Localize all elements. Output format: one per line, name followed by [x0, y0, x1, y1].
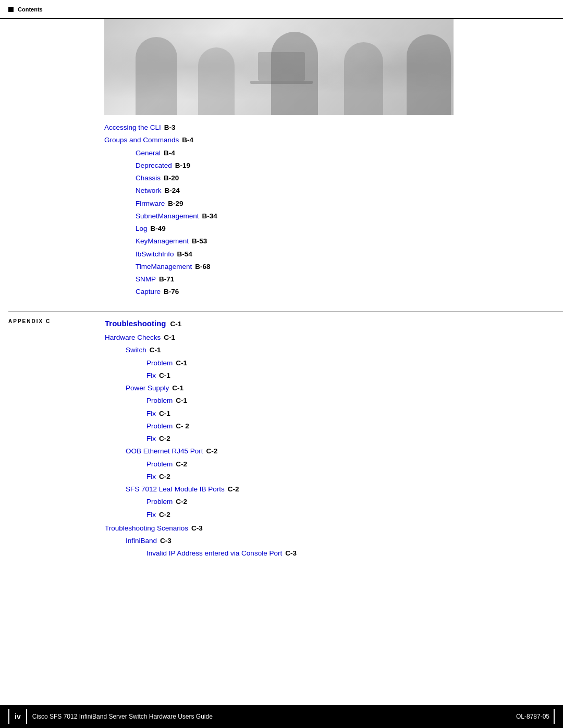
- toc-page-log: B-49: [151, 224, 166, 234]
- appendix-c-title-row: Troubleshooting C-1: [105, 317, 563, 331]
- toc-entry-subnetmgmt: SubnetManagement B-34: [104, 210, 563, 223]
- toc-page-timemgmt: B-68: [195, 262, 210, 272]
- toc-link-power-supply[interactable]: Power Supply: [126, 383, 169, 393]
- toc-link-switch[interactable]: Switch: [126, 345, 146, 355]
- toc-page-keymgmt: B-53: [192, 236, 207, 246]
- toc-page-groups-commands: B-4: [182, 135, 193, 145]
- toc-link-ps-fix2[interactable]: Fix: [146, 434, 156, 444]
- toc-entry-sfs7012-fix: Fix C-2: [105, 509, 563, 521]
- toc-upper-entries: Accessing the CLI B-3 Groups and Command…: [104, 115, 563, 299]
- footer-page-number: iv: [15, 712, 21, 721]
- toc-entry-timemgmt: TimeManagement B-68: [104, 261, 563, 273]
- toc-page-oob-port: C-2: [206, 446, 218, 456]
- toc-link-switch-problem[interactable]: Problem: [146, 358, 173, 368]
- toc-link-sfs7012-ports[interactable]: SFS 7012 Leaf Module IB Ports: [126, 484, 225, 495]
- toc-page-snmp: B-71: [159, 274, 174, 285]
- toc-entry-switch-problem: Problem C-1: [105, 357, 563, 369]
- footer-title: Cisco SFS 7012 InfiniBand Server Switch …: [32, 713, 213, 720]
- footer-mid-separator: [26, 709, 27, 724]
- toc-page-ps-fix2: C-2: [159, 434, 170, 444]
- toc-link-groups-commands[interactable]: Groups and Commands: [104, 135, 179, 145]
- toc-entry-ps-problem2: Problem C- 2: [105, 420, 563, 433]
- toc-entry-switch-fix: Fix C-1: [105, 369, 563, 382]
- toc-page-switch-fix: C-1: [159, 371, 170, 381]
- top-bar: Contents: [0, 0, 563, 19]
- toc-link-snmp[interactable]: SNMP: [136, 274, 156, 285]
- toc-link-ps-problem2[interactable]: Problem: [146, 421, 173, 431]
- toc-entry-general: General B-4: [104, 147, 563, 159]
- toc-entry-keymgmt: KeyManagement B-53: [104, 235, 563, 248]
- toc-link-invalid-ip[interactable]: Invalid IP Address entered via Console P…: [146, 548, 282, 559]
- toc-link-ibswitchinfo[interactable]: IbSwitchInfo: [136, 249, 174, 260]
- toc-entry-ps-fix2: Fix C-2: [105, 433, 563, 445]
- toc-entry-ps-fix1: Fix C-1: [105, 408, 563, 420]
- toc-link-capture[interactable]: Capture: [136, 287, 161, 297]
- toc-link-deprecated[interactable]: Deprecated: [136, 161, 172, 171]
- toc-link-infiniband[interactable]: InfiniBand: [126, 536, 157, 546]
- toc-entry-switch: Switch C-1: [105, 344, 563, 356]
- toc-link-ps-fix1[interactable]: Fix: [146, 409, 156, 419]
- toc-entry-groups-commands: Groups and Commands B-4: [104, 134, 563, 146]
- toc-page-hw-checks: C-1: [164, 332, 175, 343]
- toc-page-deprecated: B-19: [175, 161, 190, 171]
- toc-entry-oob-fix: Fix C-2: [105, 471, 563, 483]
- hero-image: [104, 19, 454, 115]
- footer-left-separator: [8, 709, 9, 724]
- toc-upper-section: Accessing the CLI B-3 Groups and Command…: [0, 115, 563, 591]
- toc-page-invalid-ip: C-3: [285, 548, 297, 559]
- toc-link-subnetmgmt[interactable]: SubnetManagement: [136, 211, 199, 221]
- toc-page-ts-scenarios: C-3: [191, 523, 203, 534]
- contents-label: Contents: [18, 6, 43, 13]
- footer-left: iv Cisco SFS 7012 InfiniBand Server Swit…: [8, 709, 213, 724]
- appendix-c-title-page: C-1: [170, 319, 182, 329]
- toc-link-switch-fix[interactable]: Fix: [146, 371, 156, 381]
- toc-link-log[interactable]: Log: [136, 224, 148, 234]
- appendix-c-label: APPENDIX C: [8, 318, 51, 324]
- toc-entry-infiniband: InfiniBand C-3: [105, 535, 563, 547]
- toc-link-sfs7012-fix[interactable]: Fix: [146, 510, 156, 520]
- toc-link-oob-problem[interactable]: Problem: [146, 459, 173, 470]
- toc-entry-deprecated: Deprecated B-19: [104, 159, 563, 172]
- toc-page-sfs7012-ports: C-2: [228, 484, 239, 495]
- toc-link-sfs7012-problem[interactable]: Problem: [146, 497, 173, 507]
- toc-link-chassis[interactable]: Chassis: [136, 173, 161, 183]
- toc-page-network: B-24: [165, 186, 180, 196]
- toc-page-ps-fix1: C-1: [159, 409, 170, 419]
- toc-page-general: B-4: [164, 148, 175, 158]
- toc-entry-firmware: Firmware B-29: [104, 198, 563, 210]
- appendix-c-title-link[interactable]: Troubleshooting: [105, 318, 166, 330]
- appendix-c-label-col: APPENDIX C: [8, 317, 105, 560]
- toc-entry-ps-problem1: Problem C-1: [105, 394, 563, 407]
- toc-link-network[interactable]: Network: [136, 186, 162, 196]
- toc-link-ps-problem1[interactable]: Problem: [146, 396, 173, 406]
- toc-link-oob-fix[interactable]: Fix: [146, 472, 156, 482]
- contents-icon: [8, 7, 14, 12]
- toc-link-accessing-cli[interactable]: Accessing the CLI: [104, 122, 161, 133]
- toc-entry-snmp: SNMP B-71: [104, 273, 563, 286]
- toc-entry-ibswitchinfo: IbSwitchInfo B-54: [104, 248, 563, 261]
- toc-page-switch-problem: C-1: [176, 358, 187, 368]
- toc-entry-power-supply: Power Supply C-1: [105, 382, 563, 394]
- toc-entry-network: Network B-24: [104, 184, 563, 197]
- toc-entry-accessing-cli: Accessing the CLI B-3: [104, 121, 563, 134]
- toc-page-infiniband: C-3: [160, 536, 172, 546]
- footer-right-area: OL-8787-05: [516, 709, 555, 724]
- toc-link-keymgmt[interactable]: KeyManagement: [136, 236, 189, 246]
- toc-link-timemgmt[interactable]: TimeManagement: [136, 262, 192, 272]
- toc-link-general[interactable]: General: [136, 148, 161, 158]
- toc-page-sfs7012-problem: C-2: [176, 497, 187, 507]
- toc-page-firmware: B-29: [168, 199, 183, 209]
- toc-link-oob-port[interactable]: OOB Ethernet RJ45 Port: [126, 446, 203, 456]
- toc-link-hw-checks[interactable]: Hardware Checks: [105, 332, 161, 343]
- toc-page-ibswitchinfo: B-54: [177, 249, 192, 260]
- toc-page-switch: C-1: [150, 345, 161, 355]
- toc-link-ts-scenarios[interactable]: Troubleshooting Scenarios: [105, 523, 188, 534]
- toc-link-firmware[interactable]: Firmware: [136, 199, 165, 209]
- toc-entry-log: Log B-49: [104, 223, 563, 235]
- appendix-c-section: APPENDIX C Troubleshooting C-1 Hardware …: [8, 311, 563, 560]
- toc-entry-capture: Capture B-76: [104, 286, 563, 298]
- toc-page-oob-fix: C-2: [159, 472, 170, 482]
- toc-entry-oob-problem: Problem C-2: [105, 458, 563, 471]
- toc-page-oob-problem: C-2: [176, 459, 187, 470]
- toc-page-ps-problem1: C-1: [176, 396, 187, 406]
